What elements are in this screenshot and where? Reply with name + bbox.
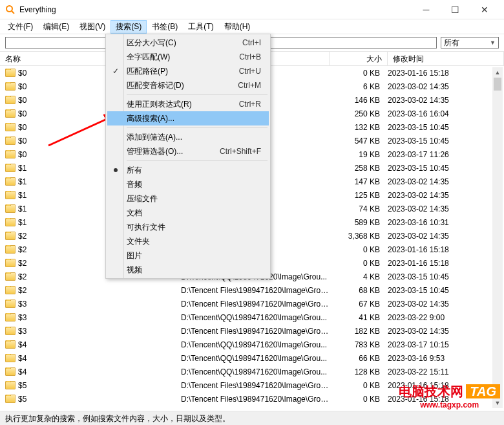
window-title: Everything <box>19 5 412 14</box>
file-size: 4 KB <box>330 272 388 281</box>
folder-icon <box>5 340 16 349</box>
menu-item-label: 全字匹配(W) <box>124 52 239 63</box>
menu-item[interactable]: 帮助(H) <box>219 20 256 34</box>
vertical-scrollbar[interactable]: ▲ ▼ <box>492 67 503 408</box>
file-date: 2023-03-02 14:35 <box>388 232 504 241</box>
menu-item-accelerator: Ctrl+M <box>238 81 269 90</box>
menu-separator <box>127 160 268 161</box>
menubar: 文件(F)编辑(E)视图(V)搜索(S)书签(B)工具(T)帮助(H) <box>0 19 504 34</box>
file-date: 2023-03-16 16:04 <box>388 109 504 118</box>
result-row[interactable]: $4D:\Tencent\QQ\1989471620\Image\Grou...… <box>0 365 504 378</box>
file-date: 2023-03-02 14:35 <box>388 177 504 186</box>
search-menu-dropdown: 区分大小写(C)Ctrl+I全字匹配(W)Ctrl+B✓匹配路径(P)Ctrl+… <box>105 34 271 279</box>
menu-item-accelerator: Ctrl+B <box>239 52 269 61</box>
menu-item[interactable]: 文档 <box>107 206 269 220</box>
menu-item[interactable]: 使用正则表达式(R)Ctrl+R <box>107 97 269 111</box>
menu-item[interactable]: 图片 <box>107 248 269 263</box>
folder-icon <box>5 232 16 240</box>
menu-item[interactable]: 书签(B) <box>147 20 183 34</box>
folder-icon <box>5 96 16 104</box>
menu-item[interactable]: 区分大小写(C)Ctrl+I <box>107 36 269 50</box>
folder-icon <box>5 69 16 77</box>
menu-item[interactable]: 匹配变音标记(D)Ctrl+M <box>107 78 269 93</box>
result-row[interactable]: $4D:\Tencent\QQ\1989471620\Image\Grou...… <box>0 351 504 365</box>
menu-item[interactable]: 视图(V) <box>74 20 110 34</box>
file-date: 2023-03-15 10:45 <box>388 123 504 132</box>
file-size: 3,368 KB <box>330 232 388 241</box>
file-name: $0 <box>18 136 26 146</box>
result-row[interactable]: $4D:\Tencent\QQ\1989471620\Image\Grou...… <box>0 338 504 351</box>
maximize-button[interactable]: ☐ <box>441 0 470 19</box>
menu-item-label: 添加到筛选(A)... <box>124 132 269 143</box>
menu-separator <box>127 94 268 95</box>
header-size[interactable]: 大小 <box>330 52 388 65</box>
menu-item[interactable]: 视频 <box>107 263 269 277</box>
menu-item-accelerator: Ctrl+I <box>242 38 269 47</box>
file-path: D:\Tencent Files\1989471620\Image\Grou..… <box>181 327 330 336</box>
menu-item[interactable]: 管理筛选器(O)...Ctrl+Shift+F <box>107 144 269 158</box>
result-row[interactable]: $2D:\Tencent Files\1989471620\Image\Grou… <box>0 283 504 297</box>
menu-item[interactable]: 高级搜索(A)... <box>107 111 269 125</box>
file-path: D:\Tencent\QQ\1989471620\Image\Grou... <box>181 354 330 363</box>
titlebar: Everything ─ ☐ ✕ <box>0 0 504 19</box>
file-size: 783 KB <box>330 340 388 349</box>
menu-item[interactable]: 添加到筛选(A)... <box>107 130 269 144</box>
menu-item[interactable]: 文件夹 <box>107 234 269 248</box>
file-name: $4 <box>18 354 26 363</box>
file-date: 2023-03-15 10:45 <box>388 136 504 146</box>
menu-item[interactable]: 编辑(E) <box>38 20 74 34</box>
menu-item[interactable]: 音频 <box>107 177 269 191</box>
folder-icon <box>5 395 16 403</box>
minimize-button[interactable]: ─ <box>412 0 441 19</box>
menu-item[interactable]: 全字匹配(W)Ctrl+B <box>107 50 269 64</box>
menu-item-label: 文件夹 <box>124 236 269 247</box>
menu-item-label: 高级搜索(A)... <box>124 113 269 124</box>
folder-icon <box>5 286 16 294</box>
file-path: D:\Tencent Files\1989471620\Image\Grou..… <box>181 286 330 295</box>
file-size: 132 KB <box>330 123 388 132</box>
menu-item-label: 所有 <box>124 165 269 176</box>
menu-item[interactable]: 文件(F) <box>3 20 38 34</box>
close-button[interactable]: ✕ <box>470 0 499 19</box>
file-date: 2023-03-02 14:35 <box>388 191 504 200</box>
menu-item[interactable]: 搜索(S) <box>110 20 147 34</box>
result-row[interactable]: $3D:\Tencent Files\1989471620\Image\Grou… <box>0 297 504 311</box>
file-name: $1 <box>18 204 26 213</box>
file-date: 2023-03-02 14:35 <box>388 96 504 105</box>
file-path: D:\Tencent Files\1989471620\Image\Grou..… <box>181 381 330 390</box>
file-size: 147 KB <box>330 177 388 186</box>
folder-icon <box>5 300 16 308</box>
file-date: 2023-03-17 10:15 <box>388 340 504 349</box>
file-date: 2023-01-16 15:18 <box>388 245 504 254</box>
file-name: $2 <box>18 259 26 268</box>
menu-item[interactable]: 压缩文件 <box>107 191 269 206</box>
folder-icon <box>5 313 16 321</box>
result-row[interactable]: $3D:\Tencent Files\1989471620\Image\Grou… <box>0 324 504 338</box>
file-size: 547 KB <box>330 136 388 146</box>
app-icon <box>5 5 16 15</box>
file-size: 0 KB <box>330 381 388 390</box>
menu-item[interactable]: 所有 <box>107 163 269 177</box>
radio-icon <box>107 168 124 172</box>
scroll-thumb[interactable] <box>494 78 501 91</box>
header-date[interactable]: 修改时间 <box>388 52 504 65</box>
scroll-up-button[interactable]: ▲ <box>492 67 503 78</box>
file-date: 2023-03-22 9:00 <box>388 313 504 322</box>
file-date: 2023-03-17 11:26 <box>388 150 504 159</box>
menu-item[interactable]: ✓匹配路径(P)Ctrl+U <box>107 64 269 78</box>
folder-icon <box>5 245 16 254</box>
menu-item[interactable]: 可执行文件 <box>107 220 269 234</box>
file-name: $2 <box>18 286 26 295</box>
file-size: 68 KB <box>330 286 388 295</box>
menu-item-label: 使用正则表达式(R) <box>124 99 239 110</box>
result-row[interactable]: $3D:\Tencent\QQ\1989471620\Image\Grou...… <box>0 311 504 324</box>
file-size: 66 KB <box>330 354 388 363</box>
file-name: $0 <box>18 96 26 105</box>
menu-item[interactable]: 工具(T) <box>183 20 218 34</box>
file-date: 2023-03-22 15:11 <box>388 367 504 376</box>
chevron-down-icon: ▼ <box>490 39 496 46</box>
file-size: 182 KB <box>330 327 388 336</box>
menu-item-label: 文档 <box>124 208 269 219</box>
file-size: 0 KB <box>330 245 388 254</box>
filter-select[interactable]: 所有 ▼ <box>441 37 499 49</box>
